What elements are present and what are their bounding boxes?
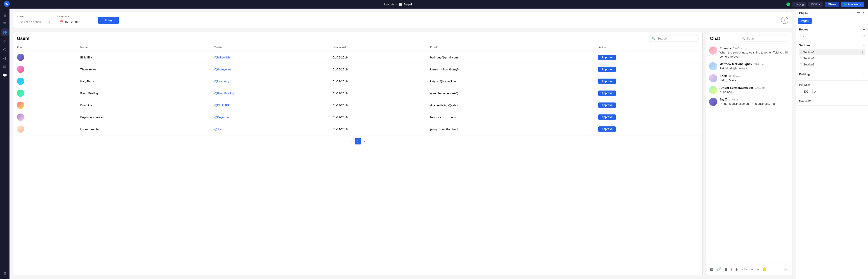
code-button[interactable]: </> bbox=[741, 267, 748, 272]
status-filter-group: Status Select an option ▾ bbox=[17, 15, 53, 25]
sidebar-icon-chat[interactable]: 💬 bbox=[1, 71, 8, 79]
add-padding-button[interactable]: + bbox=[863, 72, 865, 76]
chat-panel: Chat 🔍 Rihanna 03:45 pm When the sun shi… bbox=[706, 32, 792, 275]
approve-button[interactable]: Approve bbox=[598, 114, 616, 120]
share-button[interactable]: Share bbox=[825, 2, 839, 7]
cell-date: 01-02-2019 bbox=[329, 75, 426, 88]
chat-messages: Rihanna 03:45 pm When the sun shines, we… bbox=[706, 44, 792, 263]
twitter-link[interactable]: @katyperry bbox=[214, 80, 229, 83]
link-button[interactable]: 🔗 bbox=[716, 267, 722, 272]
twitter-link[interactable]: @Beyonce bbox=[214, 115, 229, 119]
chat-sender-name: Rihanna bbox=[719, 46, 731, 50]
page1-tab[interactable]: Page1 bbox=[798, 18, 812, 24]
topbar-logo[interactable]: W bbox=[4, 1, 10, 8]
twitter-link[interactable]: @RyanGosling bbox=[214, 92, 234, 95]
calendar-icon: 📅 bbox=[60, 20, 63, 24]
status-select[interactable]: Select an option ▾ bbox=[17, 19, 53, 25]
sidebar-icon-layers[interactable]: ◑ bbox=[1, 54, 8, 62]
section-item[interactable]: ⠿ Section1 🗑 bbox=[799, 49, 865, 55]
route-edit-button[interactable]: ⇄ bbox=[863, 35, 865, 38]
cell-photo bbox=[13, 75, 76, 88]
sidebar-icon-chart[interactable]: ▦ bbox=[1, 63, 8, 70]
staging-badge: Staging bbox=[792, 2, 806, 7]
chat-avatar bbox=[709, 98, 717, 106]
sidebar-icon-tag[interactable]: ⬡ bbox=[1, 45, 8, 53]
add-route-button[interactable]: + bbox=[863, 28, 865, 32]
approve-button[interactable]: Approve bbox=[598, 78, 616, 84]
cell-action: Approve bbox=[595, 99, 702, 111]
chat-message-time: 03:48 pm bbox=[729, 75, 740, 77]
cell-photo bbox=[13, 99, 76, 111]
chat-avatar bbox=[709, 86, 717, 94]
sidebar-icon-users[interactable]: 👥 bbox=[1, 29, 8, 36]
date-input[interactable]: 📅 07-12-2018 bbox=[57, 19, 93, 25]
preview-button[interactable]: ▶ Preview ▼ bbox=[841, 2, 864, 7]
approve-button[interactable]: Approve bbox=[598, 91, 616, 96]
prev-page-button[interactable]: ‹ bbox=[351, 139, 352, 143]
section-name: Section2 bbox=[803, 57, 864, 60]
min-width-label: Min width bbox=[799, 83, 811, 86]
zoom-control[interactable]: 100% ▼ bbox=[808, 2, 823, 7]
cell-email: dua_levitating@yaho... bbox=[427, 99, 595, 111]
user-avatar bbox=[17, 78, 24, 85]
ol-button[interactable]: ≡ bbox=[756, 267, 760, 272]
chat-message-content: Arnold Schwarzenegger 03:50 pm I'll be b… bbox=[719, 86, 789, 94]
sidebar-icon-shapes[interactable]: ◇ bbox=[1, 37, 8, 45]
sections-list: ⠿ Section1 🗑 ⠿ Section2 ⠿ Section3 bbox=[799, 49, 865, 68]
delete-section-button[interactable]: 🗑 bbox=[861, 51, 864, 54]
approve-button[interactable]: Approve bbox=[598, 127, 616, 132]
strikethrough-button[interactable]: S bbox=[735, 267, 739, 272]
twitter-link[interactable]: @JLo bbox=[214, 128, 222, 131]
approve-button[interactable]: Approve bbox=[598, 67, 616, 72]
cell-twitter: @Beyonce bbox=[211, 111, 329, 123]
table-row: Dua Lipa @DUALIPA 01-07-2019 dua_levitat… bbox=[13, 99, 702, 111]
next-page-button[interactable]: › bbox=[364, 139, 365, 143]
send-button[interactable]: ➤ bbox=[782, 266, 789, 273]
svg-text:W: W bbox=[5, 2, 8, 6]
sidebar-icon-apps[interactable]: ⊞ bbox=[1, 11, 8, 19]
date-filter-group: Joined after 📅 07-12-2018 bbox=[57, 15, 93, 25]
min-width-minus-button[interactable]: − bbox=[863, 83, 865, 87]
cell-photo bbox=[13, 63, 76, 75]
chat-search-icon: 🔍 bbox=[741, 37, 745, 40]
twitter-link[interactable]: @billieeilish bbox=[214, 56, 230, 59]
users-search-input[interactable] bbox=[657, 37, 695, 40]
chat-message-text: Alright, alright, alright bbox=[719, 66, 789, 70]
cell-action: Approve bbox=[595, 51, 702, 63]
section-item[interactable]: ⠿ Section2 bbox=[799, 55, 865, 61]
sidebar-icon-list[interactable]: ☰ bbox=[1, 20, 8, 28]
chat-search-input[interactable] bbox=[747, 37, 785, 40]
close-sidebar-button[interactable]: ✕ bbox=[862, 11, 865, 14]
approve-button[interactable]: Approve bbox=[598, 103, 616, 108]
emoji-button[interactable]: 🙂 bbox=[762, 267, 768, 272]
table-row: Beyonce Knowles @Beyonce 01-09-2019 beyo… bbox=[13, 111, 702, 123]
users-search-box[interactable]: 🔍 bbox=[649, 35, 699, 42]
info-icon[interactable]: ℹ bbox=[781, 17, 788, 24]
ul-button[interactable]: ≡ bbox=[750, 267, 754, 272]
min-width-input[interactable] bbox=[799, 89, 813, 94]
sidebar-icon-settings[interactable]: ⚙ bbox=[1, 270, 8, 277]
twitter-link[interactable]: @DUALIPA bbox=[214, 104, 230, 107]
chat-message-header: Rihanna 03:45 pm bbox=[719, 46, 789, 50]
layouts-link[interactable]: Layouts bbox=[384, 3, 395, 6]
bold-button[interactable]: B bbox=[724, 267, 728, 272]
image-button[interactable]: 🖼 bbox=[709, 267, 714, 272]
italic-button[interactable]: I bbox=[730, 267, 733, 272]
twitter-link[interactable]: @thomyorke bbox=[214, 68, 231, 71]
min-width-row: Min width − bbox=[799, 83, 865, 87]
more-options-button[interactable]: ••• bbox=[857, 11, 860, 14]
right-sidebar: Page1 ••• ✕ Page1 Routes + ⟲ / ⇄ Section… bbox=[796, 8, 868, 279]
table-row: Billie Eilish @billieeilish 01-06-2019 b… bbox=[13, 51, 702, 63]
add-section-button[interactable]: + bbox=[863, 43, 865, 47]
section-item[interactable]: ⠿ Section3 bbox=[799, 61, 865, 68]
max-width-add-button[interactable]: + bbox=[863, 99, 865, 103]
cell-action: Approve bbox=[595, 88, 702, 99]
joined-after-label: Joined after bbox=[57, 15, 93, 18]
approve-button[interactable]: Approve bbox=[598, 55, 616, 60]
chat-message-header: Adele 03:48 pm bbox=[719, 74, 789, 78]
chat-message-time: 03:46 pm bbox=[754, 63, 764, 66]
filter-button[interactable]: Filter bbox=[98, 17, 119, 24]
page-number-1[interactable]: 1 bbox=[355, 138, 361, 144]
chat-avatar bbox=[709, 62, 717, 70]
chat-search-box[interactable]: 🔍 bbox=[738, 35, 788, 42]
